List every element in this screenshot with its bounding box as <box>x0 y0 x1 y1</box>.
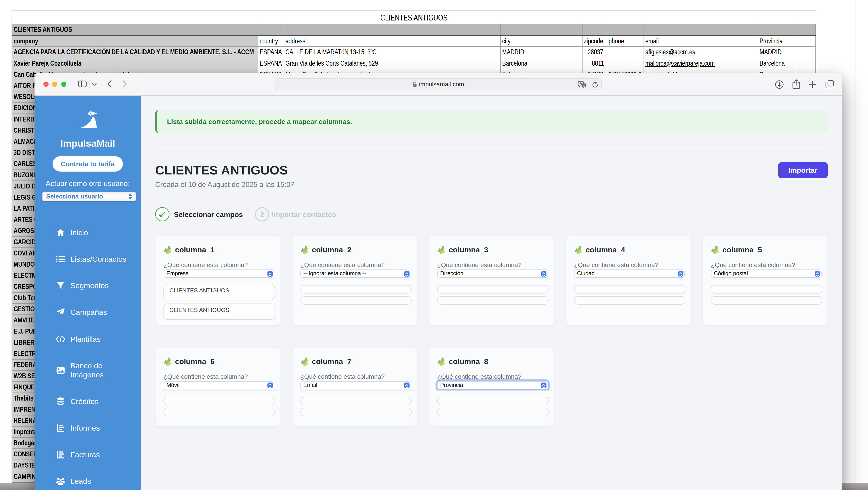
svg-text:A: A <box>580 82 582 86</box>
svg-text:文: 文 <box>583 84 585 87</box>
